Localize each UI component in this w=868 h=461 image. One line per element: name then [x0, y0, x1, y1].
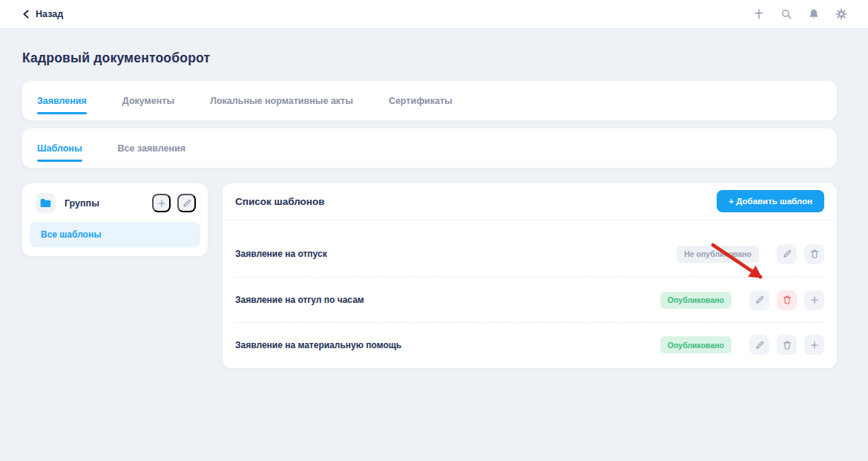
back-label: Назад	[36, 9, 63, 19]
edit-groups-button[interactable]	[177, 194, 196, 212]
subtab-shablony[interactable]: Шаблоны	[37, 128, 82, 168]
back-button[interactable]: Назад	[22, 9, 63, 19]
page-content: Кадровый документооборот Заявления Докум…	[0, 50, 868, 368]
template-title: Заявление на материальную помощь	[235, 340, 660, 350]
templates-title: Список шаблонов	[235, 196, 325, 207]
add-template-button[interactable]: + Добавить шаблон	[717, 190, 824, 212]
search-icon[interactable]	[780, 8, 792, 21]
add-subtemplate-button[interactable]	[804, 290, 824, 310]
add-icon[interactable]	[752, 8, 765, 21]
tab-zayavleniya[interactable]: Заявления	[37, 81, 87, 120]
delete-template-button[interactable]	[777, 335, 797, 355]
delete-template-button[interactable]	[777, 290, 797, 310]
plus-icon	[809, 340, 820, 350]
folder-icon	[36, 193, 56, 213]
page-title: Кадровый документооборот	[22, 50, 837, 66]
secondary-tabs: Шаблоны Все заявления	[22, 128, 837, 168]
notifications-icon[interactable]	[807, 8, 820, 21]
plus-icon	[157, 198, 167, 209]
tab-lokalnye-normativnye-akty[interactable]: Локальные нормативные акты	[210, 81, 353, 120]
template-title: Заявление на отпуск	[235, 249, 677, 259]
templates-panel: Список шаблонов + Добавить шаблон Заявле…	[223, 183, 837, 368]
pencil-icon	[782, 249, 792, 259]
template-row-matpomosch: Заявление на материальную помощь Опублик…	[235, 323, 824, 367]
template-title: Заявление на отгул по часам	[235, 295, 660, 305]
add-subtemplate-button[interactable]	[804, 335, 824, 355]
settings-icon[interactable]	[835, 8, 847, 21]
template-row-otgul: Заявление на отгул по часам Опубликовано	[235, 278, 824, 323]
tab-dokumenty[interactable]: Документы	[122, 81, 174, 120]
status-badge: Опубликовано	[660, 292, 731, 309]
chevron-left-icon	[22, 10, 30, 19]
subtab-vse-zayavleniya[interactable]: Все заявления	[118, 128, 185, 168]
groups-title: Группы	[65, 198, 145, 209]
content-columns: Группы Все шаблоны Список шаблонов + Доб…	[22, 183, 837, 368]
edit-template-button[interactable]	[777, 244, 797, 264]
topbar-icons	[752, 8, 847, 21]
template-row-otpusk: Заявление на отпуск Не опубликовано	[235, 220, 824, 278]
groups-header: Группы	[30, 193, 200, 213]
primary-tabs: Заявления Документы Локальные нормативны…	[22, 81, 837, 120]
add-group-button[interactable]	[152, 194, 171, 212]
pencil-icon	[754, 340, 765, 350]
edit-template-button[interactable]	[749, 290, 769, 310]
pencil-icon	[182, 198, 192, 209]
trash-icon	[809, 249, 820, 259]
trash-icon	[782, 295, 792, 305]
edit-template-button[interactable]	[749, 335, 769, 355]
plus-icon	[809, 295, 820, 305]
topbar: Назад	[0, 0, 868, 28]
templates-header: Список шаблонов + Добавить шаблон	[223, 183, 837, 220]
group-item-all-templates[interactable]: Все шаблоны	[30, 222, 200, 247]
trash-icon	[782, 340, 792, 350]
delete-template-button[interactable]	[804, 244, 824, 264]
templates-list: Заявление на отпуск Не опубликовано Заяв…	[223, 220, 837, 367]
pencil-icon	[754, 295, 765, 305]
status-badge: Не опубликовано	[677, 246, 759, 263]
status-badge: Опубликовано	[660, 336, 731, 353]
tab-sertifikaty[interactable]: Сертификаты	[389, 81, 453, 120]
groups-panel: Группы Все шаблоны	[22, 183, 208, 256]
